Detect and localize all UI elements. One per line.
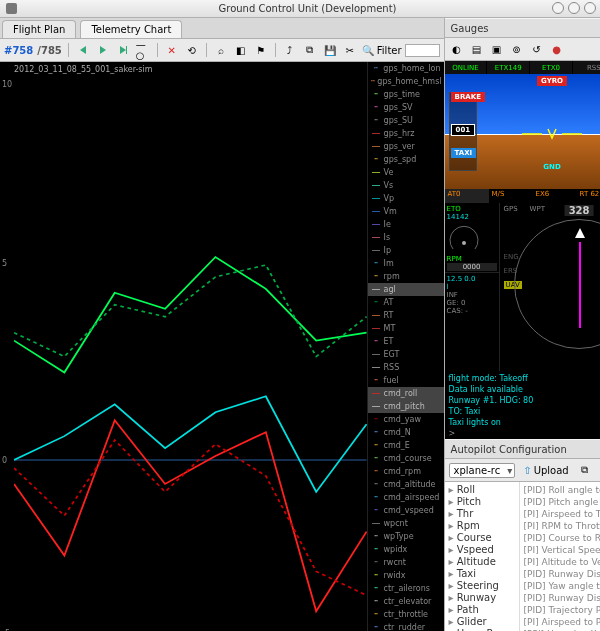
save-button[interactable]: 💾 [322,42,338,58]
play-button[interactable] [95,42,111,58]
legend-item[interactable]: ··cmd_course [368,452,444,465]
param-item[interactable]: Glider [445,616,519,628]
legend-item[interactable]: ··rwcnt [368,556,444,569]
slider-button[interactable]: —○ [135,42,151,58]
param-item[interactable]: Thr [445,508,519,520]
gauge-btn-2[interactable]: ▤ [469,41,485,57]
cut-button[interactable]: ✂ [342,42,358,58]
rewind-button[interactable] [75,42,91,58]
autopilot-header: Autopilot Configuration [445,439,600,459]
legend-item[interactable]: —MT [368,322,444,335]
autopilot-profile-select[interactable]: xplane-rc [449,463,516,478]
mark-button[interactable]: ◧ [233,42,249,58]
window-close-button[interactable] [584,2,596,14]
legend-item[interactable]: —gps_ver [368,140,444,153]
gauge-btn-1[interactable]: ◐ [449,41,465,57]
autopilot-param-desc: [PID] Roll angle to Aile…[PID] Pitch ang… [520,482,600,631]
copy-config-button[interactable]: ⧉ [577,462,593,478]
param-item[interactable]: Steering [445,580,519,592]
legend-item[interactable]: ··wpidx [368,543,444,556]
legend-item[interactable]: ··AT [368,296,444,309]
legend-item[interactable]: ··ctr_elevator [368,595,444,608]
legend-item[interactable]: ··gps_home_hmsl [368,75,444,88]
param-item[interactable]: Taxi [445,568,519,580]
legend-item[interactable]: ··cmd_rpm [368,465,444,478]
param-item[interactable]: Runway [445,592,519,604]
gauge-btn-5[interactable]: ↺ [529,41,545,57]
filter-input[interactable] [405,44,440,57]
svg-point-2 [462,241,466,245]
legend-item[interactable]: ··gps_SV [368,101,444,114]
param-item[interactable]: Vspeed [445,544,519,556]
zoom-tool-button[interactable]: ⌕ [213,42,229,58]
legend-item[interactable]: ··wpType [368,530,444,543]
param-item[interactable]: Path [445,604,519,616]
svg-rect-0 [126,46,127,54]
legend-item[interactable]: —wpcnt [368,517,444,530]
forward-button[interactable] [115,42,131,58]
gauge-btn-3[interactable]: ▣ [489,41,505,57]
param-item[interactable]: Altitude [445,556,519,568]
legend-item[interactable]: ··rpm [368,270,444,283]
window-titlebar: Ground Control Unit (Development) [0,0,600,18]
legend-item[interactable]: ··gps_SU [368,114,444,127]
legend-item[interactable]: ··cmd_E [368,439,444,452]
legend-item[interactable]: ··gps_home_lon [368,62,444,75]
legend-item[interactable]: ··rwidx [368,569,444,582]
legend-item[interactable]: ··fuel [368,374,444,387]
param-item[interactable]: Course [445,532,519,544]
telemetry-chart[interactable]: 2012_03_11_08_55_001_saker-sim 1050-5 21… [0,62,367,631]
legend-item[interactable]: —Is [368,231,444,244]
legend-item[interactable]: —gps_hrz [368,127,444,140]
param-item[interactable]: Pitch [445,496,519,508]
legend-item[interactable]: —EGT [368,348,444,361]
param-item[interactable]: Roll [445,484,519,496]
legend-item[interactable]: ··ctr_ailerons [368,582,444,595]
upload-button[interactable]: ⇧Upload [519,462,572,478]
legend-item[interactable]: ··ET [368,335,444,348]
legend-item[interactable]: ··gps_time [368,88,444,101]
legend-item[interactable]: ··ctr_rudder [368,621,444,631]
delete-button[interactable]: ✕ [164,42,180,58]
legend-item[interactable]: —Ip [368,244,444,257]
legend-item[interactable]: —cmd_pitch [368,400,444,413]
param-item[interactable]: Rpm [445,520,519,532]
gauge-record-button[interactable]: ● [549,41,565,57]
zoom-reset-button[interactable]: ⟲ [184,42,200,58]
svg-marker-4 [575,228,585,238]
replay-current-index: #758 [4,45,33,56]
autopilot-param-tree[interactable]: RollPitchThrRpmCourseVspeedAltitudeTaxiS… [445,482,520,631]
legend-item[interactable]: ··cmd_yaw [368,413,444,426]
gauge-btn-4[interactable]: ⊚ [509,41,525,57]
legend-item[interactable]: ··cmd_N [368,426,444,439]
legend-item[interactable]: —Vm [368,205,444,218]
legend-item[interactable]: —RSS [368,361,444,374]
gnd-indicator: GND [539,162,564,172]
legend-item[interactable]: —Ie [368,218,444,231]
legend-item[interactable]: —RT [368,309,444,322]
copy-button[interactable]: ⧉ [302,42,318,58]
legend-item[interactable]: ··gps_spd [368,153,444,166]
legend-item[interactable]: ··cmd_vspeed [368,504,444,517]
tab-flight-plan[interactable]: Flight Plan [2,20,76,38]
primary-flight-display: BRAKE TAXI 001 00005 MSL 0 GYRO GND E100 [445,74,600,189]
legend-item[interactable]: —cmd_roll [368,387,444,400]
legend-item[interactable]: ··ctr_throttle [368,608,444,621]
engine-gauge: ETO 14142 RPM 0000 [445,203,499,273]
legend-item[interactable]: ··Im [368,257,444,270]
legend-item[interactable]: —Vs [368,179,444,192]
export-button[interactable]: ⤴ [282,42,298,58]
legend-item[interactable]: —agl [368,283,444,296]
main-tabs: Flight Plan Telemetry Chart [0,18,444,39]
telemetry-toolbar: #758 /785 —○ ✕ ⟲ ⌕ ◧ ⚑ ⤴ ⧉ 💾 ✂ 🔍 Filter [0,39,444,62]
window-maximize-button[interactable] [568,2,580,14]
legend-item[interactable]: ··cmd_airspeed [368,491,444,504]
window-minimize-button[interactable] [552,2,564,14]
legend-item[interactable]: —Vp [368,192,444,205]
speed-readout: 001 [451,124,476,136]
legend-item[interactable]: ··cmd_altitude [368,478,444,491]
gyro-indicator: GYRO [537,76,567,86]
tab-telemetry-chart[interactable]: Telemetry Chart [80,20,182,38]
legend-item[interactable]: —Ve [368,166,444,179]
flag-button[interactable]: ⚑ [253,42,269,58]
